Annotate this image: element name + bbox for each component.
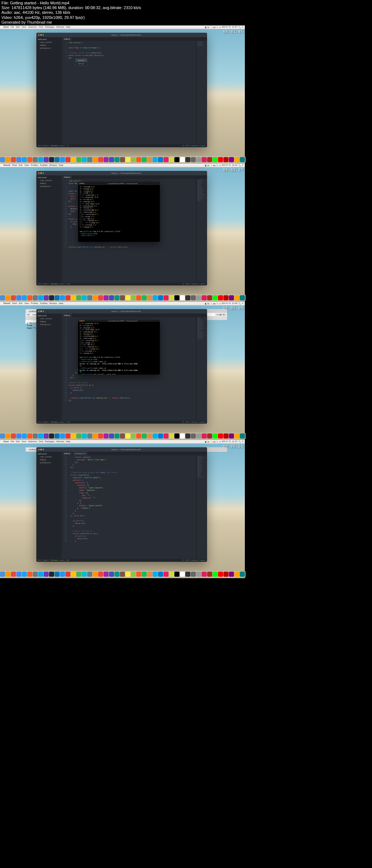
dock-app-icon[interactable] bbox=[185, 572, 190, 577]
dock-app-icon[interactable] bbox=[0, 295, 5, 300]
dock-app-icon[interactable] bbox=[202, 157, 207, 162]
dock-app-icon[interactable] bbox=[49, 572, 54, 577]
tab-index-js[interactable]: index.js bbox=[62, 452, 73, 455]
maximize-icon[interactable] bbox=[43, 449, 44, 450]
dock-app-icon[interactable] bbox=[136, 572, 141, 577]
dock-app-icon[interactable] bbox=[147, 295, 152, 300]
dock-app-icon[interactable] bbox=[240, 295, 245, 300]
minimize-icon[interactable] bbox=[40, 34, 42, 36]
dock-app-icon[interactable] bbox=[76, 433, 81, 439]
dock-app-icon[interactable] bbox=[11, 295, 16, 300]
dock-app-icon[interactable] bbox=[114, 572, 120, 577]
dock-app-icon[interactable] bbox=[202, 572, 207, 577]
dock-app-icon[interactable] bbox=[5, 433, 11, 439]
dock-app-icon[interactable] bbox=[223, 295, 229, 300]
close-icon[interactable] bbox=[38, 34, 40, 36]
dock-app-icon[interactable] bbox=[229, 572, 234, 577]
dock-app-icon[interactable] bbox=[180, 157, 185, 162]
dock-app-icon[interactable] bbox=[174, 157, 179, 162]
dock-app-icon[interactable] bbox=[76, 572, 81, 577]
dock-app-icon[interactable] bbox=[60, 295, 65, 300]
minimize-icon[interactable] bbox=[40, 172, 42, 174]
minimap[interactable] bbox=[196, 317, 207, 421]
dock-app-icon[interactable] bbox=[229, 295, 234, 300]
dock-app-icon[interactable] bbox=[191, 157, 196, 162]
dock-app-icon[interactable] bbox=[87, 295, 92, 300]
dock-app-icon[interactable] bbox=[131, 295, 136, 300]
minimize-icon[interactable] bbox=[40, 449, 42, 450]
dock-app-icon[interactable] bbox=[169, 157, 174, 162]
dock-app-icon[interactable] bbox=[5, 157, 11, 162]
dock-app-icon[interactable] bbox=[16, 295, 21, 300]
dock-app-icon[interactable] bbox=[104, 572, 109, 577]
menu-profiles[interactable]: Profiles bbox=[31, 164, 38, 166]
dock-app-icon[interactable] bbox=[114, 295, 120, 300]
dock-app-icon[interactable] bbox=[169, 572, 174, 577]
menu-find[interactable]: Find bbox=[39, 26, 43, 28]
dock-app-icon[interactable] bbox=[60, 572, 65, 577]
dock-app-icon[interactable] bbox=[223, 572, 229, 577]
menu-window[interactable]: Window bbox=[56, 26, 64, 28]
close-icon[interactable] bbox=[80, 320, 81, 321]
dock-app-icon[interactable] bbox=[207, 433, 212, 439]
sidebar-item-package[interactable]: package.json bbox=[37, 47, 61, 49]
dock-app-icon[interactable] bbox=[71, 572, 76, 577]
dock-app-icon[interactable] bbox=[54, 157, 60, 162]
dock-app-icon[interactable] bbox=[82, 295, 87, 300]
dock-app-icon[interactable] bbox=[153, 433, 158, 439]
maximize-icon[interactable] bbox=[43, 311, 44, 312]
minimize-icon[interactable] bbox=[81, 183, 82, 184]
dock-app-icon[interactable] bbox=[131, 157, 136, 162]
dock-app-icon[interactable] bbox=[213, 295, 218, 300]
dock-app-icon[interactable] bbox=[98, 157, 103, 162]
autocomplete-item[interactable]: server bbox=[76, 59, 87, 62]
dock-app-icon[interactable] bbox=[109, 295, 114, 300]
dock-app-icon[interactable] bbox=[44, 295, 49, 300]
maximize-icon[interactable] bbox=[43, 34, 44, 36]
dock-app-icon[interactable] bbox=[11, 433, 16, 439]
dock-app-icon[interactable] bbox=[229, 433, 234, 439]
minimize-icon[interactable] bbox=[40, 311, 42, 312]
dock-app-icon[interactable] bbox=[196, 295, 201, 300]
dock-app-icon[interactable] bbox=[93, 433, 98, 439]
dock-app-icon[interactable] bbox=[147, 572, 152, 577]
dock-app-icon[interactable] bbox=[240, 572, 245, 577]
app-name[interactable]: iTerm2 bbox=[3, 302, 10, 304]
file-tree-sidebar[interactable]: hello-world node_modules index.js packag… bbox=[36, 313, 62, 421]
dock-app-icon[interactable] bbox=[27, 295, 32, 300]
mac-menubar[interactable]: Atom File Edit View Selection Find Packa… bbox=[0, 440, 245, 444]
terminal-titlebar[interactable]: 1. patmei@Patricks-MBP-2: ~/hello-world … bbox=[78, 182, 160, 185]
dock-app-icon[interactable] bbox=[218, 295, 223, 300]
iterm-terminal-window[interactable]: 1. patmei@Patricks-MBP-2: ~/hello-world … bbox=[78, 320, 160, 375]
dock-app-icon[interactable] bbox=[229, 157, 234, 162]
dock-app-icon[interactable] bbox=[191, 295, 196, 300]
dock-app-icon[interactable] bbox=[87, 572, 92, 577]
dock-app-icon[interactable] bbox=[5, 295, 11, 300]
mac-menubar[interactable]: Atom File Edit View Selection Find Packa… bbox=[0, 25, 245, 29]
dock-app-icon[interactable] bbox=[174, 433, 179, 439]
dock-app-icon[interactable] bbox=[180, 572, 185, 577]
dock-app-icon[interactable] bbox=[223, 157, 229, 162]
dock-app-icon[interactable] bbox=[27, 572, 32, 577]
code-content[interactable]: return reply({ message: 'Hello from hapi… bbox=[68, 455, 196, 559]
project-root[interactable]: hello-world bbox=[37, 38, 61, 41]
reload-icon[interactable]: ⟳ bbox=[28, 313, 29, 316]
dock-app-icon[interactable] bbox=[16, 157, 21, 162]
dock-app-icon[interactable] bbox=[109, 157, 114, 162]
dock-app-icon[interactable] bbox=[44, 433, 49, 439]
project-root[interactable]: hello-world bbox=[37, 176, 61, 179]
dock-app-icon[interactable] bbox=[22, 572, 27, 577]
dock-app-icon[interactable] bbox=[158, 433, 163, 439]
code-content[interactable]: 'use strict'; const Hapi = require('hapi… bbox=[68, 41, 196, 144]
dock-app-icon[interactable] bbox=[60, 157, 65, 162]
dock-app-icon[interactable] bbox=[120, 157, 125, 162]
tab-index-js[interactable]: index.js bbox=[62, 37, 73, 41]
dock-app-icon[interactable] bbox=[196, 572, 201, 577]
dock-app-icon[interactable] bbox=[125, 433, 130, 439]
dock-app-icon[interactable] bbox=[5, 572, 11, 577]
dock-app-icon[interactable] bbox=[22, 433, 27, 439]
dock-app-icon[interactable] bbox=[93, 157, 98, 162]
dock-app-icon[interactable] bbox=[109, 433, 114, 439]
close-icon[interactable] bbox=[38, 172, 40, 174]
dock-app-icon[interactable] bbox=[234, 572, 239, 577]
